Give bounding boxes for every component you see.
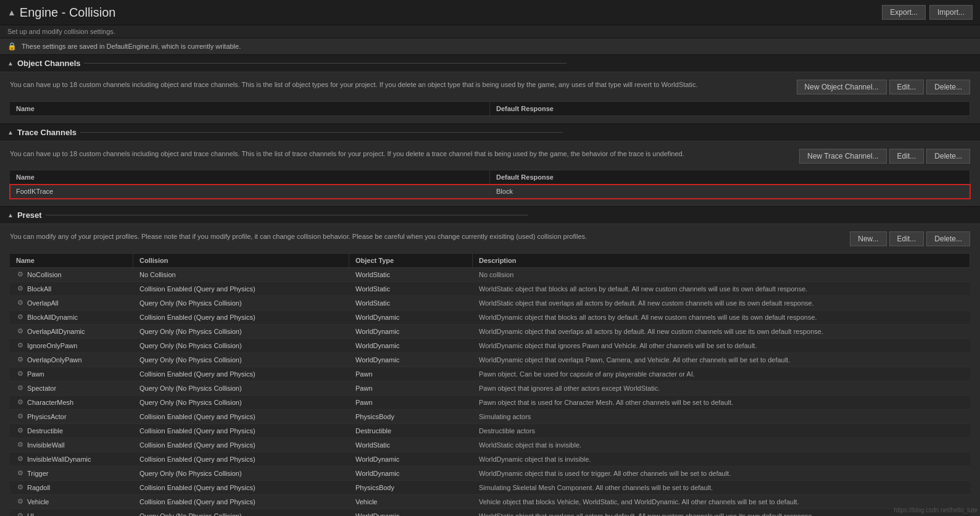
info-message: These settings are saved in DefaultEngin…: [22, 43, 241, 50]
preset-row-description: Vehicle object that blocks Vehicle, Worl…: [473, 496, 970, 508]
trace-channels-body: You can have up to 18 custom channels in…: [0, 141, 980, 207]
lock-icon: 🔒: [7, 42, 17, 51]
object-channels-btn-group: New Object Channel... Edit... Delete...: [797, 80, 970, 94]
preset-row[interactable]: ⚙ Destructible Collision Enabled (Query …: [10, 424, 970, 438]
gear-icon: ⚙: [16, 441, 25, 449]
preset-col-name: Name: [10, 254, 133, 267]
preset-row[interactable]: ⚙ PhysicsActor Collision Enabled (Query …: [10, 410, 970, 424]
preset-row[interactable]: ⚙ BlockAllDynamic Collision Enabled (Que…: [10, 310, 970, 325]
preset-row-collision: Collision Enabled (Query and Physics): [133, 496, 349, 508]
preset-description: You can modify any of your project profi…: [10, 231, 587, 242]
preset-row-name: ⚙ NoCollision: [10, 268, 133, 281]
gear-icon: ⚙: [16, 270, 25, 279]
new-trace-channel-button[interactable]: New Trace Channel...: [799, 149, 886, 164]
edit-object-channel-button[interactable]: Edit...: [889, 80, 924, 94]
export-button[interactable]: Export...: [882, 5, 926, 20]
object-channels-header[interactable]: ▲ Object Channels: [0, 55, 980, 72]
title-bar: ▲ Engine - Collision Export... Import...: [0, 0, 980, 25]
delete-preset-button[interactable]: Delete...: [926, 231, 970, 246]
preset-row-description: Pawn object that is used for Character M…: [473, 396, 970, 409]
preset-row-description: Pawn object that ignores all other actor…: [473, 382, 970, 394]
gear-icon: ⚙: [16, 398, 25, 407]
trace-channel-response: Block: [490, 185, 970, 198]
preset-row[interactable]: ⚙ IgnoreOnlyPawn Query Only (No Physics …: [10, 339, 970, 353]
preset-row-collision: Collision Enabled (Query and Physics): [133, 311, 349, 323]
preset-row-collision: Query Only (No Physics Collision): [133, 396, 349, 409]
preset-row[interactable]: ⚙ BlockAll Collision Enabled (Query and …: [10, 282, 970, 296]
preset-col-collision: Collision: [133, 254, 349, 267]
preset-row-name: ⚙ Vehicle: [10, 495, 133, 509]
preset-row[interactable]: ⚙ Pawn Collision Enabled (Query and Phys…: [10, 367, 970, 381]
preset-section: ▲ Preset You can modify any of your proj…: [0, 207, 980, 516]
preset-row-name: ⚙ OverlapOnlyPawn: [10, 353, 133, 367]
preset-row[interactable]: ⚙ NoCollision No Collision WorldStatic N…: [10, 268, 970, 282]
preset-row-object-type: WorldStatic: [349, 283, 473, 295]
new-object-channel-button[interactable]: New Object Channel...: [797, 80, 887, 94]
object-channels-actions: You can have up to 18 custom channels in…: [10, 80, 970, 96]
preset-row-object-type: WorldDynamic: [349, 325, 473, 338]
gear-icon: ⚙: [16, 412, 25, 421]
preset-row[interactable]: ⚙ CharacterMesh Query Only (No Physics C…: [10, 396, 970, 410]
preset-row-object-type: Pawn: [349, 382, 473, 394]
info-bar: 🔒 These settings are saved in DefaultEng…: [0, 38, 980, 55]
preset-row[interactable]: ⚙ OverlapAll Query Only (No Physics Coll…: [10, 296, 970, 310]
trace-channels-header[interactable]: ▲ Trace Channels: [0, 124, 980, 141]
preset-row[interactable]: ⚙ OverlapAllDynamic Query Only (No Physi…: [10, 325, 970, 339]
preset-row-name: ⚙ PhysicsActor: [10, 410, 133, 423]
preset-row-collision: Query Only (No Physics Collision): [133, 354, 349, 366]
preset-row-object-type: PhysicsBody: [349, 481, 473, 494]
preset-row[interactable]: ⚙ InvisibleWall Collision Enabled (Query…: [10, 438, 970, 452]
preset-row-object-type: WorldDynamic: [349, 311, 473, 323]
preset-row-collision: Collision Enabled (Query and Physics): [133, 425, 349, 437]
import-button[interactable]: Import...: [929, 5, 973, 20]
gear-icon: ⚙: [16, 341, 25, 350]
gear-icon: ⚙: [16, 327, 25, 336]
trace-channels-title: Trace Channels: [17, 128, 77, 137]
delete-object-channel-button[interactable]: Delete...: [926, 80, 970, 94]
object-channels-table-header: Name Default Response: [10, 101, 970, 116]
preset-row-name: ⚙ Destructible: [10, 424, 133, 438]
preset-row[interactable]: ⚙ InvisibleWallDynamic Collision Enabled…: [10, 452, 970, 467]
preset-rows: ⚙ NoCollision No Collision WorldStatic N…: [10, 268, 970, 517]
preset-row[interactable]: ⚙ Spectator Query Only (No Physics Colli…: [10, 381, 970, 396]
preset-row-object-type: WorldStatic: [349, 268, 473, 281]
preset-row-description: WorldDynamic object that overlaps Pawn, …: [473, 354, 970, 366]
preset-body: You can modify any of your project profi…: [0, 224, 980, 516]
edit-preset-button[interactable]: Edit...: [889, 231, 924, 246]
preset-row-description: WorldStatic object that blocks all actor…: [473, 283, 970, 295]
preset-row-collision: Query Only (No Physics Collision): [133, 297, 349, 309]
preset-actions: You can modify any of your project profi…: [10, 231, 970, 248]
preset-row[interactable]: ⚙ Trigger Query Only (No Physics Collisi…: [10, 467, 970, 481]
trace-channels-btn-group: New Trace Channel... Edit... Delete...: [799, 149, 970, 164]
preset-row-description: Simulating actors: [473, 410, 970, 423]
preset-row-object-type: Vehicle: [349, 496, 473, 508]
preset-row[interactable]: ⚙ UI Query Only (No Physics Collision) W…: [10, 509, 970, 517]
new-preset-button[interactable]: New...: [850, 231, 886, 246]
preset-row-collision: Collision Enabled (Query and Physics): [133, 453, 349, 465]
object-channels-title: Object Channels: [17, 59, 81, 68]
preset-row-name: ⚙ InvisibleWallDynamic: [10, 452, 133, 466]
title-bar-left: ▲ Engine - Collision: [7, 6, 116, 20]
trace-channel-row[interactable]: FootIKTrace Block: [10, 185, 970, 199]
object-channels-body: You can have up to 18 custom channels in…: [0, 72, 980, 123]
preset-header[interactable]: ▲ Preset: [0, 207, 980, 224]
object-channels-section: ▲ Object Channels You can have up to 18 …: [0, 55, 980, 124]
preset-row-name: ⚙ CharacterMesh: [10, 396, 133, 409]
gear-icon: ⚙: [16, 483, 25, 492]
preset-row[interactable]: ⚙ OverlapOnlyPawn Query Only (No Physics…: [10, 353, 970, 367]
preset-row-name: ⚙ OverlapAll: [10, 296, 133, 310]
gear-icon: ⚙: [16, 356, 25, 364]
page-title: Engine - Collision: [20, 6, 116, 20]
preset-row[interactable]: ⚙ Vehicle Collision Enabled (Query and P…: [10, 495, 970, 509]
preset-row-description: Pawn object. Can be used for capsule of …: [473, 368, 970, 380]
object-channels-arrow: ▲: [7, 60, 14, 67]
preset-row-description: No collision: [473, 268, 970, 281]
edit-trace-channel-button[interactable]: Edit...: [889, 149, 924, 164]
delete-trace-channel-button[interactable]: Delete...: [926, 149, 970, 164]
trace-channels-arrow: ▲: [7, 129, 14, 136]
preset-row-description: WorldDynamic object that ignores Pawn an…: [473, 339, 970, 352]
preset-row[interactable]: ⚙ Ragdoll Collision Enabled (Query and P…: [10, 481, 970, 495]
preset-row-collision: Query Only (No Physics Collision): [133, 382, 349, 394]
gear-icon: ⚙: [16, 285, 25, 293]
preset-row-object-type: WorldStatic: [349, 297, 473, 309]
